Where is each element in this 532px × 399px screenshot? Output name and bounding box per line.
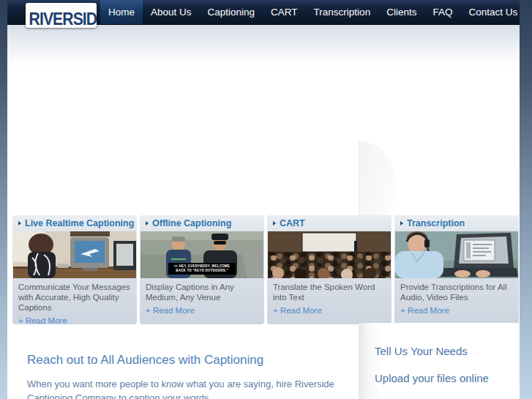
nav-item-faq[interactable]: FAQ (424, 0, 460, 24)
intro-section: Reach out to All Audiences with Captioni… (27, 346, 353, 399)
card-description: Display Captions in Any Medium, Any Venu… (146, 282, 258, 302)
lecture-hall-audience-photo[interactable] (268, 231, 391, 278)
transcriptionist-with-headset-photo[interactable] (395, 231, 518, 278)
nav-item-about-us[interactable]: About Us (143, 0, 200, 24)
arrow-right-icon (146, 221, 149, 225)
sidebar-link-tell-us-your-needs[interactable]: Tell Us Your Needs (375, 345, 520, 357)
nav-item-home[interactable]: Home (100, 0, 143, 24)
read-more-link[interactable]: + Read More (273, 306, 322, 315)
lecture-hall-illustration (268, 231, 391, 278)
content-area: Live Realtime Captioning (7, 24, 520, 399)
read-more-link[interactable]: + Read More (18, 316, 67, 324)
card-description: Communicate Your Messages with Accurate,… (18, 282, 131, 313)
card-transcription: Transcription (394, 215, 519, 324)
card-body: Communicate Your Messages with Accurate,… (12, 278, 137, 324)
nav-item-contact-us[interactable]: Contact Us (460, 0, 525, 24)
intro-heading: Reach out to All Audiences with Captioni… (27, 353, 353, 368)
arrow-right-icon (273, 221, 276, 225)
card-title: Offline Captioning (152, 218, 231, 228)
card-live-realtime-captioning: Live Realtime Captioning (12, 215, 137, 324)
arrow-right-icon (400, 221, 403, 225)
site-logo[interactable]: RIVERSIDE (26, 3, 97, 28)
captioner-illustration (13, 231, 136, 278)
service-cards-row: Live Realtime Captioning (12, 215, 519, 324)
main-nav: RIVERSIDE Home About Us Captioning CART … (7, 0, 520, 25)
arrow-right-icon (18, 221, 21, 225)
card-title: Transcription (407, 218, 465, 228)
card-description: Translate the Spoken Word into Text (273, 282, 386, 302)
card-title: Live Realtime Captioning (25, 218, 134, 228)
decorative-swirl (359, 141, 396, 222)
card-header-cart[interactable]: CART (267, 215, 391, 231)
card-header-transcription[interactable]: Transcription (394, 215, 519, 231)
card-header-offline-captioning[interactable]: Offline Captioning (140, 215, 264, 231)
site-container: RIVERSIDE Home About Us Captioning CART … (7, 0, 520, 399)
site-logo-text: RIVERSIDE (29, 3, 97, 28)
read-more-link[interactable]: + Read More (146, 306, 195, 315)
card-header-live-realtime-captioning[interactable]: Live Realtime Captioning (12, 215, 137, 231)
card-offline-captioning: Offline Captioning (140, 215, 264, 324)
nav-items: Home About Us Captioning CART Transcript… (100, 0, 525, 24)
intro-paragraph: When you want more people to know what y… (27, 377, 353, 399)
nav-item-cart[interactable]: CART (263, 0, 306, 24)
nav-item-captioning[interactable]: Captioning (200, 0, 263, 24)
read-more-link[interactable]: + Read More (400, 306, 449, 315)
captioned-video-still-photo[interactable]: >> HEY, EVERYBODY, WELCOME BACK TO "KEYS… (141, 231, 263, 278)
card-description: Provide Transcriptions for All Audio, Vi… (400, 282, 513, 302)
card-body: Translate the Spoken Word into Text + Re… (267, 278, 391, 316)
transcriptionist-illustration (395, 231, 518, 278)
captioner-at-workstation-photo[interactable] (13, 231, 136, 278)
card-title: CART (280, 218, 305, 228)
caption-overlay: >> HEY, EVERYBODY, WELCOME BACK TO "KEYS… (168, 263, 236, 275)
card-body: Provide Transcriptions for All Audio, Vi… (394, 278, 519, 316)
sidebar-link-upload-files[interactable]: Upload your files online (375, 372, 520, 384)
card-body: Display Captions in Any Medium, Any Venu… (140, 278, 264, 316)
side-panel: Tell Us Your Needs Upload your files onl… (359, 323, 520, 399)
page-background: RIVERSIDE Home About Us Captioning CART … (0, 0, 532, 399)
nav-item-transcription[interactable]: Transcription (306, 0, 379, 24)
nav-item-clients[interactable]: Clients (378, 0, 424, 24)
card-cart: CART (267, 215, 391, 324)
